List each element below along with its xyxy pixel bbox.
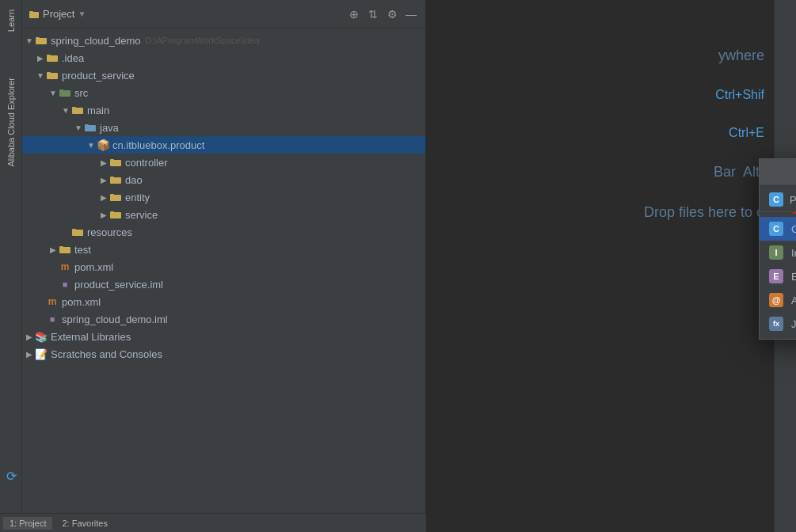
settings-icon[interactable]: ⚙ [384, 6, 400, 22]
interface-type-icon: I [769, 245, 783, 260]
arrow-icon: ▼ [60, 104, 71, 116]
tree-label: controller [125, 157, 167, 169]
svg-rect-22 [72, 230, 83, 236]
tree-item-src[interactable]: ▼ src [22, 84, 425, 101]
sidebar-action-icon[interactable]: ⟳ [2, 467, 20, 484]
tree-item-package[interactable]: ▼ 📦 cn.itbluebox.product [22, 136, 425, 154]
arrow-icon: ▶ [98, 157, 109, 168]
arrow-icon: ▶ [48, 244, 59, 255]
tree-view: ▼ spring_cloud_demo D:\AProgramWorkSpace… [22, 28, 425, 532]
maven-icon: m [59, 260, 71, 273]
svg-rect-13 [85, 124, 89, 126]
tree-item-entity[interactable]: ▶ entity [22, 188, 425, 206]
svg-rect-5 [47, 55, 51, 56]
folder-icon [46, 69, 59, 82]
add-icon[interactable]: ⊕ [346, 6, 362, 22]
tree-label: cn.itbluebox.product [112, 139, 204, 151]
tree-item-spring-iml[interactable]: ▶ ■ spring_cloud_demo.iml [22, 310, 425, 328]
tree-item-external-libs[interactable]: ▶ 📚 External Libraries [22, 328, 425, 345]
java-folder-icon [84, 121, 97, 134]
sidebar-tab-learn[interactable]: Learn [3, 3, 19, 38]
folder-icon [71, 104, 84, 116]
list-item-interface[interactable]: I Interface [760, 241, 796, 264]
svg-rect-9 [59, 89, 63, 91]
tree-item-dao[interactable]: ▶ dao [22, 171, 425, 188]
dialog-list: C Class I Interface E Enum @ Annotation … [760, 214, 796, 339]
tree-item-pom-xml-1[interactable]: ▶ m pom.xml [22, 258, 425, 276]
tree-label: test [74, 244, 91, 256]
annotation-type-icon: @ [769, 293, 783, 307]
panel-dropdown[interactable]: ▼ [78, 10, 86, 18]
svg-rect-12 [85, 125, 96, 131]
class-name-input[interactable] [790, 194, 796, 206]
arrow-icon: ▼ [24, 35, 35, 46]
svg-rect-16 [110, 177, 121, 184]
external-libs-icon: 📚 [35, 330, 48, 343]
svg-rect-14 [110, 160, 121, 166]
tree-item-spring-cloud-demo[interactable]: ▼ spring_cloud_demo D:\AProgramWorkSpace… [22, 32, 425, 49]
arrow-icon: ▶ [35, 52, 46, 63]
tree-label: pom.xml [62, 296, 101, 308]
tree-item-java[interactable]: ▼ java [22, 119, 425, 136]
tree-item-main[interactable]: ▼ main [22, 101, 425, 119]
list-item-class[interactable]: C Class [760, 217, 796, 241]
tree-label: spring_cloud_demo [51, 35, 140, 47]
src-folder-icon [59, 86, 71, 99]
folder-icon [109, 173, 122, 186]
tree-item-controller[interactable]: ▶ controller [22, 154, 425, 171]
list-item-enum[interactable]: E Enum [760, 264, 796, 288]
bottom-tab-label: 2: Favorites [62, 519, 107, 528]
folder-icon [59, 243, 71, 256]
shortcut-ctrl-e: Ctrl+E [729, 126, 764, 140]
tree-label: product_service.iml [74, 279, 163, 291]
bottom-tab-project[interactable]: 1: Project [3, 517, 52, 530]
svg-rect-10 [72, 108, 83, 114]
tree-item-test[interactable]: ▶ test [22, 241, 425, 258]
arrow-icon: ▼ [86, 139, 97, 150]
svg-rect-24 [59, 247, 70, 253]
list-item-annotation[interactable]: @ Annotation [760, 288, 796, 312]
folder-icon [109, 208, 122, 221]
list-item-label: Annotation [791, 294, 796, 306]
bottom-tab-favorites[interactable]: 2: Favorites [55, 517, 113, 530]
tree-label: External Libraries [51, 331, 131, 343]
arrow-icon: ▼ [35, 70, 46, 81]
tree-item-pom-xml-2[interactable]: ▶ m pom.xml [22, 293, 425, 310]
tree-label: Scratches and Consoles [51, 348, 162, 360]
collapse-icon[interactable]: ⇅ [365, 6, 381, 22]
panel-header: Project ▼ ⊕ ⇅ ⚙ — [22, 0, 425, 28]
folder-icon [71, 226, 84, 238]
arrow-icon: ▼ [73, 122, 84, 133]
enum-type-icon: E [769, 269, 783, 283]
hint-anywhere: ywhere [718, 48, 764, 64]
tree-item-idea[interactable]: ▶ .idea [22, 49, 425, 66]
project-panel: Project ▼ ⊕ ⇅ ⚙ — ▼ spring_cloud_demo D:… [22, 0, 426, 532]
arrow-icon: ▼ [48, 87, 59, 98]
svg-rect-7 [47, 72, 51, 74]
tree-item-product-iml[interactable]: ▶ ■ product_service.iml [22, 276, 425, 293]
sidebar-tab-alibaba[interactable]: Alibaba Cloud Explorer [3, 71, 19, 173]
tree-label: product_service [62, 70, 135, 82]
hints-area: ywhere Ctrl+Shif Ctrl+E Bar Alt- Drop fi… [644, 48, 764, 221]
dialog-input-row: C [760, 184, 796, 212]
minimize-icon[interactable]: — [403, 6, 419, 22]
svg-rect-4 [47, 55, 58, 62]
tree-path: D:\AProgramWorkSpace\idea [145, 36, 259, 45]
svg-rect-6 [47, 73, 58, 79]
folder-icon [29, 9, 40, 20]
tree-item-service[interactable]: ▶ service [22, 206, 425, 223]
folder-icon [109, 191, 122, 203]
tree-item-scratches[interactable]: ▶ 📝 Scratches and Consoles [22, 345, 425, 363]
folder-icon [46, 51, 59, 64]
arrow-icon: ▶ [24, 331, 35, 342]
tree-item-product-service[interactable]: ▼ product_service [22, 66, 425, 84]
class-type-icon: C [769, 222, 783, 236]
svg-rect-25 [59, 246, 63, 248]
tree-label: service [125, 209, 158, 221]
iml-icon: ■ [59, 278, 71, 291]
bottom-tab-label: 1: Project [10, 519, 46, 528]
folder-icon [109, 156, 122, 169]
left-sidebar: Learn Alibaba Cloud Explorer ⟳ [0, 0, 22, 532]
tree-item-resources[interactable]: ▶ resources [22, 223, 425, 241]
list-item-javafx[interactable]: fx JavaFXApplication [760, 312, 796, 336]
